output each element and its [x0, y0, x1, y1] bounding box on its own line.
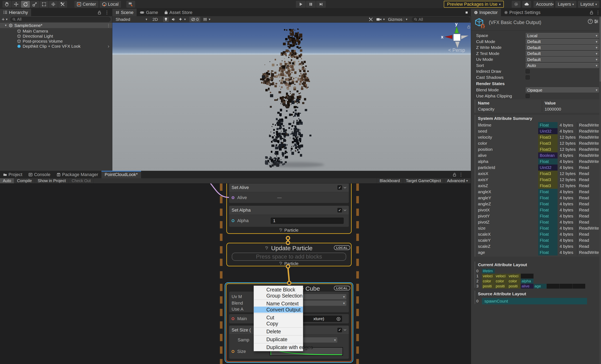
- menu-item-cut[interactable]: Cut: [254, 314, 303, 321]
- menu-item-convert-output[interactable]: Convert Output: [254, 307, 303, 313]
- compile-button[interactable]: Compile: [14, 178, 35, 183]
- scale-tool-button[interactable]: [30, 1, 39, 8]
- flow-port[interactable]: [286, 241, 290, 245]
- chevron-down-icon[interactable]: ▾: [209, 17, 210, 21]
- menu-item-create-block[interactable]: Create Block: [254, 287, 303, 293]
- tab-pointcloudlook-[interactable]: PointCloudLook*: [101, 171, 141, 178]
- hidden-objects-toggle[interactable]: 0: [189, 17, 200, 22]
- camera-settings-icon[interactable]: [376, 18, 381, 21]
- target-gameobject-button[interactable]: Target GameObject: [403, 178, 444, 183]
- z-write-mode-dropdown[interactable]: Default▾: [526, 45, 599, 50]
- hierarchy-item-main-camera[interactable]: Main Camera: [0, 29, 112, 34]
- scrollbar-thumb[interactable]: [600, 17, 601, 82]
- gizmos-dropdown[interactable]: Gizmos: [388, 17, 402, 22]
- rotation-space-button[interactable]: Local: [100, 1, 121, 8]
- hierarchy-search-input[interactable]: All: [10, 17, 110, 22]
- unlock-icon[interactable]: [98, 10, 101, 15]
- lighting-toggle[interactable]: [163, 17, 169, 22]
- scene-search-input[interactable]: All: [412, 17, 470, 22]
- hierarchy-item-post-process-volume[interactable]: Post-process Volume: [0, 39, 112, 44]
- hand-tool-button[interactable]: [2, 1, 11, 8]
- chevron-down-icon[interactable]: [343, 187, 346, 189]
- layers-dropdown[interactable]: Layers▾: [555, 1, 576, 8]
- tab-project[interactable]: Project: [0, 171, 25, 178]
- update-node-title[interactable]: Update Particle: [226, 244, 352, 252]
- draw-mode-dropdown[interactable]: Shaded: [116, 17, 130, 22]
- menu-item-duplicate[interactable]: Duplicate: [254, 336, 303, 342]
- kebab-menu-icon[interactable]: ⋮: [596, 10, 600, 15]
- menu-item-name-context[interactable]: Name Context: [254, 301, 303, 307]
- chevron-down-icon[interactable]: [343, 329, 346, 331]
- gizmo-lock-icon[interactable]: [467, 25, 471, 29]
- z-test-mode-dropdown[interactable]: Default▾: [526, 51, 599, 56]
- uv-mode-dropdown[interactable]: ▾: [300, 294, 346, 299]
- add-blocks-placeholder[interactable]: Press space to add blocks: [232, 253, 346, 261]
- kebab-menu-icon[interactable]: ⋮: [105, 10, 109, 15]
- tab-inspector[interactable]: iInspector: [471, 9, 501, 16]
- flow-port[interactable]: [287, 281, 291, 285]
- alpha-value-field[interactable]: 1: [271, 218, 343, 224]
- presets-icon[interactable]: [594, 20, 598, 23]
- chevron-down-icon[interactable]: ▾: [184, 17, 186, 21]
- cull-mode-dropdown[interactable]: Default▾: [526, 39, 599, 44]
- show-in-project-button[interactable]: Show in Project: [35, 178, 69, 183]
- help-icon[interactable]: ?: [588, 19, 593, 24]
- tab-package-manager[interactable]: Package Manager: [54, 171, 101, 178]
- kebab-menu-icon[interactable]: ⋮: [459, 172, 463, 177]
- effects-toggle[interactable]: [179, 17, 182, 21]
- pivot-mode-button[interactable]: Center: [74, 1, 98, 8]
- menu-item-delete[interactable]: Delete: [254, 328, 303, 334]
- unlock-icon[interactable]: [453, 172, 456, 177]
- blend-mode-dropdown[interactable]: ▾: [300, 301, 346, 306]
- transform-tool-button[interactable]: [49, 1, 58, 8]
- check-out-button[interactable]: Check Out: [69, 178, 94, 183]
- menu-item-duplicate-with-edges[interactable]: Duplicate with edges: [254, 344, 303, 350]
- collab-button[interactable]: [512, 1, 521, 8]
- auto-button[interactable]: Auto: [0, 178, 14, 183]
- rotate-tool-button[interactable]: [21, 1, 30, 8]
- rect-tool-button[interactable]: [40, 1, 49, 8]
- block-enabled-checkbox[interactable]: ✓: [338, 185, 342, 190]
- layout-dropdown[interactable]: Layout▾: [578, 1, 599, 8]
- chevron-right-icon[interactable]: ›: [108, 43, 109, 49]
- scene-orientation-gizmo[interactable]: y x < Persp: [441, 23, 471, 55]
- tab-console[interactable]: Console: [25, 171, 54, 178]
- flow-port[interactable]: [286, 264, 290, 269]
- alive-port[interactable]: [231, 196, 234, 199]
- flow-port[interactable]: [286, 236, 290, 240]
- size-port[interactable]: [231, 350, 234, 353]
- chevron-down-icon[interactable]: ▾: [6, 17, 8, 21]
- hierarchy-item-depthkit-clip-core-vfx-look[interactable]: Depthkit Clip + Core VFX Look›: [0, 44, 112, 49]
- grid-snap-button[interactable]: [126, 1, 135, 8]
- cast-shadows-checkbox[interactable]: [526, 75, 530, 80]
- unlock-icon[interactable]: [590, 10, 593, 15]
- hierarchy-item-directional-light[interactable]: Directional Light: [0, 34, 112, 39]
- block-enabled-checkbox[interactable]: ✓: [338, 208, 342, 212]
- step-button[interactable]: [316, 1, 326, 8]
- blend-mode-dropdown[interactable]: Opaque▾: [526, 87, 599, 92]
- scene-viewport[interactable]: y x < Persp: [112, 23, 471, 171]
- uv-mode-dropdown[interactable]: Default▾: [526, 57, 599, 62]
- account-dropdown[interactable]: Account▾: [533, 1, 554, 8]
- scene-root-row[interactable]: ▼ SampleScene* ⋮: [0, 23, 112, 28]
- grid-visibility-toggle[interactable]: [203, 17, 207, 21]
- space-dropdown[interactable]: Local▾: [526, 33, 599, 38]
- pause-button[interactable]: [306, 1, 316, 8]
- move-tool-button[interactable]: [12, 1, 21, 8]
- kebab-menu-icon[interactable]: ⋮: [107, 23, 110, 28]
- cloud-button[interactable]: [522, 1, 531, 8]
- foldout-arrow-icon[interactable]: ▼: [4, 24, 7, 27]
- alpha-port[interactable]: [231, 219, 234, 222]
- capacity-value[interactable]: 1000000: [545, 107, 561, 111]
- use-alpha-clipping-checkbox[interactable]: [526, 94, 530, 98]
- inspector-scrollbar[interactable]: [599, 16, 601, 364]
- block-set-alpha[interactable]: Set Alpha ✓ Alpha 1: [229, 206, 349, 227]
- play-button[interactable]: [296, 1, 306, 8]
- tab-game[interactable]: Game: [137, 9, 161, 16]
- tab-asset-store[interactable]: Asset Store: [161, 9, 196, 16]
- create-object-button[interactable]: +: [2, 16, 5, 22]
- custom-tool-button[interactable]: [58, 1, 67, 8]
- tab-project-settings[interactable]: Project Settings: [501, 9, 544, 16]
- menu-item-group-selection[interactable]: Group Selection: [254, 293, 303, 299]
- preview-packages-button[interactable]: Preview Packages in Use ▾: [444, 1, 504, 8]
